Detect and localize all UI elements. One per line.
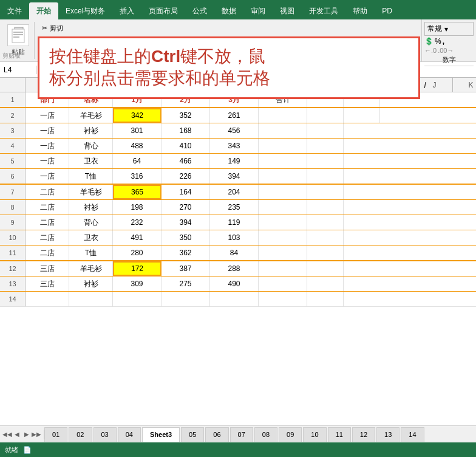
sheet-tab-01[interactable]: 01 — [44, 427, 67, 442]
sheet-tab-07[interactable]: 07 — [230, 427, 253, 442]
cell-7-feb[interactable]: 164 — [162, 185, 210, 199]
cell-5-mar[interactable]: 149 — [210, 154, 259, 168]
sheet-tab-08[interactable]: 08 — [254, 427, 277, 442]
tab-help[interactable]: 帮助 — [345, 2, 375, 19]
cell-7-name[interactable]: 羊毛衫 — [69, 185, 113, 199]
cut-button[interactable]: ✂ 剪切 — [39, 23, 73, 33]
cell-9-name[interactable]: 背心 — [69, 215, 113, 230]
cell-4-total[interactable] — [259, 139, 307, 153]
cell-12-mar[interactable]: 288 — [210, 261, 259, 276]
sheet-tab-06[interactable]: 06 — [205, 427, 228, 442]
comma-icon[interactable]: , — [443, 37, 444, 46]
cell-11-dept[interactable]: 二店 — [25, 246, 69, 260]
cell-13-jan[interactable]: 309 — [113, 277, 162, 291]
cell-13-total[interactable] — [259, 277, 307, 291]
cell-4-mar[interactable]: 343 — [210, 139, 259, 153]
cell-3-jan[interactable]: 301 — [113, 123, 162, 138]
cell-10-mar[interactable]: 103 — [210, 230, 259, 245]
cell-11-feb[interactable]: 362 — [162, 246, 210, 260]
cell-4-dept[interactable]: 一店 — [25, 139, 69, 153]
cell-7-total[interactable] — [259, 185, 307, 199]
cell-6-total[interactable] — [259, 169, 307, 184]
cell-8-jan[interactable]: 198 — [113, 200, 162, 215]
cell-12-feb[interactable]: 387 — [162, 261, 210, 276]
cell-8-total[interactable] — [259, 200, 307, 215]
cell-3-name[interactable]: 衬衫 — [69, 123, 113, 138]
status-page-icon[interactable]: 📄 — [23, 446, 32, 454]
cell-5-jan[interactable]: 64 — [113, 154, 162, 168]
sheet-tab-04[interactable]: 04 — [118, 427, 141, 442]
cell-13-name[interactable]: 衬衫 — [69, 277, 113, 291]
cell-12-jan[interactable]: 172 — [113, 261, 162, 276]
cell-3-feb[interactable]: 168 — [162, 123, 210, 138]
cell-13-feb[interactable]: 275 — [162, 277, 210, 291]
cell-2-feb[interactable]: 352 — [162, 108, 210, 123]
cell-14-dept[interactable] — [25, 292, 69, 306]
cell-2-total[interactable] — [259, 108, 307, 123]
cell-5-dept[interactable]: 一店 — [25, 154, 69, 168]
cell-5-total[interactable] — [259, 154, 307, 168]
sheet-tab-02[interactable]: 02 — [69, 427, 92, 442]
cell-6-name[interactable]: T恤 — [69, 169, 113, 184]
cell-12-dept[interactable]: 三店 — [25, 261, 69, 276]
currency-icon[interactable]: 💲 — [424, 37, 433, 46]
paste-icon[interactable] — [7, 24, 29, 46]
cell-10-total[interactable] — [259, 230, 307, 245]
cell-10-name[interactable]: 卫衣 — [69, 230, 113, 245]
cell-8-name[interactable]: 衬衫 — [69, 200, 113, 215]
cell-3-mar[interactable]: 456 — [210, 123, 259, 138]
cell-14-jan[interactable] — [113, 292, 162, 306]
cell-10-jan[interactable]: 491 — [113, 230, 162, 245]
sheet-tab-09[interactable]: 09 — [279, 427, 302, 442]
tab-review[interactable]: 审阅 — [243, 2, 273, 19]
cell-5-name[interactable]: 卫衣 — [69, 154, 113, 168]
cell-12-total[interactable] — [259, 261, 307, 276]
cell-8-dept[interactable]: 二店 — [25, 200, 69, 215]
sheet-tab-03[interactable]: 03 — [93, 427, 117, 442]
sheet-tab-10[interactable]: 10 — [303, 427, 326, 442]
tab-page-layout[interactable]: 页面布局 — [141, 2, 185, 19]
tab-pd[interactable]: PD — [375, 2, 399, 19]
cell-11-total[interactable] — [259, 246, 307, 260]
number-format-dropdown[interactable]: 常规 ▾ — [424, 22, 474, 36]
sheet-tab-12[interactable]: 12 — [352, 427, 375, 442]
cell-14-total[interactable] — [259, 292, 307, 306]
cell-9-jan[interactable]: 232 — [113, 215, 162, 230]
sheet-tab-13[interactable]: 13 — [376, 427, 399, 442]
tab-home[interactable]: 开始 — [29, 2, 58, 19]
cell-13-dept[interactable]: 三店 — [25, 277, 69, 291]
cell-9-feb[interactable]: 394 — [162, 215, 210, 230]
cell-9-dept[interactable]: 二店 — [25, 215, 69, 230]
sheet-nav-last[interactable]: ▶▶ — [32, 430, 41, 439]
cell-9-mar[interactable]: 119 — [210, 215, 259, 230]
cell-4-name[interactable]: 背心 — [69, 139, 113, 153]
cell-12-name[interactable]: 羊毛衫 — [69, 261, 113, 276]
cell-13-mar[interactable]: 490 — [210, 277, 259, 291]
cell-14-mar[interactable] — [210, 292, 259, 306]
sheet-tab-sheet3[interactable]: Sheet3 — [142, 427, 180, 442]
tab-developer[interactable]: 开发工具 — [302, 2, 345, 19]
cell-7-mar[interactable]: 204 — [210, 185, 259, 199]
cell-11-name[interactable]: T恤 — [69, 246, 113, 260]
cell-6-dept[interactable]: 一店 — [25, 169, 69, 184]
cell-2-jan[interactable]: 342 — [113, 108, 162, 123]
tab-excel-finance[interactable]: Excel与财务 — [58, 2, 112, 19]
cell-9-total[interactable] — [259, 215, 307, 230]
cell-4-jan[interactable]: 488 — [113, 139, 162, 153]
cell-10-dept[interactable]: 二店 — [25, 230, 69, 245]
cell-14-feb[interactable] — [162, 292, 210, 306]
cell-3-total[interactable] — [259, 123, 307, 138]
sheet-tab-14[interactable]: 14 — [401, 427, 424, 442]
tab-insert[interactable]: 插入 — [112, 2, 141, 19]
cell-6-feb[interactable]: 226 — [162, 169, 210, 184]
cell-5-feb[interactable]: 466 — [162, 154, 210, 168]
cell-11-jan[interactable]: 280 — [113, 246, 162, 260]
cell-2-dept[interactable]: 一店 — [25, 108, 69, 123]
cell-8-feb[interactable]: 270 — [162, 200, 210, 215]
cell-8-mar[interactable]: 235 — [210, 200, 259, 215]
cell-10-feb[interactable]: 350 — [162, 230, 210, 245]
cell-3-dept[interactable]: 一店 — [25, 123, 69, 138]
tab-formula[interactable]: 公式 — [185, 2, 214, 19]
tab-file[interactable]: 文件 — [0, 2, 29, 19]
cell-14-name[interactable] — [69, 292, 113, 306]
